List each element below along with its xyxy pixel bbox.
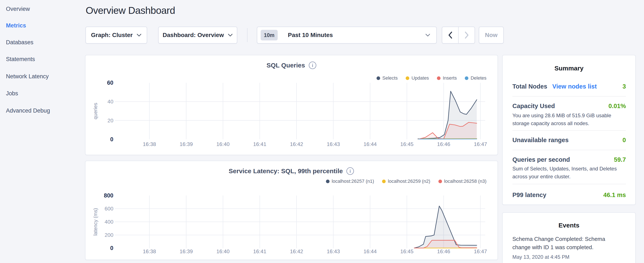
chevron-down-icon (136, 34, 142, 37)
event-message[interactable]: Schema Change Completed: Schema change w… (512, 235, 616, 251)
y-axis-label: latency (ms) (92, 208, 98, 236)
divider (512, 150, 626, 150)
y-tick-label: 800 (104, 192, 114, 199)
summary-label: P99 latency (512, 191, 546, 198)
view-nodes-list-link[interactable]: View nodes list (552, 83, 597, 90)
x-tick-label: 16:46 (437, 248, 450, 254)
x-tick-label: 16:45 (400, 248, 414, 254)
y-tick-label: 20 (108, 118, 114, 123)
sidebar: Overview Metrics Databases Statements Ne… (0, 0, 85, 263)
x-tick-label: 16:39 (180, 141, 193, 147)
summary-value: 0.01% (608, 103, 626, 110)
service-latency-chart[interactable]: 16:3816:3916:4016:4116:4216:4316:4416:45… (86, 161, 498, 259)
sidebar-item-metrics[interactable]: Metrics (6, 22, 26, 29)
summary-row-queries-per-second: Queries per second 59.7 (512, 156, 626, 163)
graph-selector-label: Graph: Cluster (91, 32, 133, 39)
y-tick-label: 0 (110, 245, 113, 251)
dashboard-selector-dropdown[interactable]: Dashboard: Overview (158, 27, 237, 44)
event-timestamp: May 13, 2020 at 4:45 PM (512, 254, 569, 260)
sidebar-item-overview[interactable]: Overview (6, 5, 30, 13)
x-tick-label: 16:40 (216, 141, 230, 147)
y-tick-label: 400 (104, 219, 113, 225)
summary-label: Capacity Used (512, 103, 555, 110)
graph-selector-dropdown[interactable]: Graph: Cluster (86, 27, 147, 44)
sql-queries-chart[interactable]: 16:3816:3916:4016:4116:4216:4316:4416:45… (86, 55, 498, 155)
x-tick-label: 16:38 (143, 141, 156, 147)
app-root: { "header": { "title": "Overview Dashboa… (0, 0, 644, 263)
summary-row-unavailable-ranges: Unavailable ranges 0 (512, 137, 626, 144)
x-tick-label: 16:39 (180, 248, 193, 254)
summary-description: Sum of Selects, Updates, Inserts, and De… (512, 165, 628, 180)
summary-description: You are using 28.6 MiB of 515.9 GiB usab… (512, 112, 628, 127)
summary-value: 46.1 ms (604, 191, 626, 198)
summary-value: 59.7 (614, 156, 626, 163)
summary-label: Total Nodes (512, 83, 547, 90)
x-tick-label: 16:40 (216, 248, 230, 254)
service-latency-chart-card: Service Latency: SQL, 99th percentile i … (85, 161, 498, 260)
x-tick-label: 16:41 (253, 141, 266, 147)
page-title: Overview Dashboard (86, 5, 175, 16)
chevron-down-icon (425, 34, 430, 37)
time-range-label: Past 10 Minutes (288, 32, 333, 39)
divider (512, 184, 626, 184)
events-title: Events (502, 222, 635, 229)
y-tick-label: 0 (110, 136, 113, 143)
x-tick-label: 16:42 (290, 248, 303, 254)
x-tick-label: 16:38 (143, 248, 156, 254)
chevron-left-icon (448, 32, 453, 39)
time-pager (442, 27, 475, 44)
time-back-button[interactable] (442, 27, 458, 43)
summary-label: Unavailable ranges (512, 137, 568, 144)
x-tick-label: 16:43 (327, 248, 340, 254)
x-tick-label: 16:45 (400, 141, 414, 147)
summary-value: 0 (622, 137, 626, 144)
sql-queries-chart-card: SQL Queries i SelectsUpdatesInsertsDelet… (85, 55, 498, 155)
toolbar-divider (247, 28, 248, 42)
sidebar-item-network-latency[interactable]: Network Latency (6, 73, 49, 80)
events-panel: Events Schema Change Completed: Schema c… (502, 212, 636, 263)
summary-row-capacity-used: Capacity Used 0.01% (512, 103, 626, 110)
y-tick-label: 200 (104, 232, 113, 238)
time-forward-button[interactable] (458, 27, 474, 43)
sidebar-item-databases[interactable]: Databases (6, 39, 34, 46)
y-tick-label: 600 (104, 206, 113, 211)
chevron-down-icon (228, 34, 233, 37)
sidebar-item-statements[interactable]: Statements (6, 56, 35, 63)
x-tick-label: 16:42 (290, 141, 303, 147)
summary-label: Queries per second (512, 156, 570, 163)
sidebar-item-advanced-debug[interactable]: Advanced Debug (6, 107, 50, 114)
summary-row-total-nodes: Total Nodes View nodes list 3 (512, 83, 626, 90)
summary-title: Summary (502, 65, 635, 72)
summary-panel: Summary Total Nodes View nodes list 3 Ca… (502, 55, 636, 205)
x-tick-label: 16:41 (253, 248, 266, 254)
now-button[interactable]: Now (479, 27, 504, 44)
x-tick-label: 16:44 (364, 248, 377, 254)
divider (512, 96, 626, 97)
y-tick-label: 40 (108, 99, 114, 105)
x-tick-label: 16:44 (364, 141, 377, 147)
x-tick-label: 16:46 (437, 141, 450, 147)
x-tick-label: 16:43 (327, 141, 340, 147)
x-tick-label: 16:47 (474, 248, 487, 254)
dashboard-selector-label: Dashboard: Overview (163, 32, 224, 39)
summary-row-p99-latency: P99 latency 46.1 ms (512, 191, 626, 198)
summary-value: 3 (622, 83, 626, 90)
x-tick-label: 16:47 (474, 141, 487, 147)
y-axis-label: queries (92, 103, 98, 119)
sidebar-item-jobs[interactable]: Jobs (6, 90, 18, 97)
time-range-badge: 10m (261, 30, 278, 41)
chevron-right-icon (464, 32, 469, 39)
divider (512, 130, 626, 131)
time-range-selector[interactable]: 10m Past 10 Minutes (257, 27, 437, 44)
y-tick-label: 60 (107, 80, 113, 86)
